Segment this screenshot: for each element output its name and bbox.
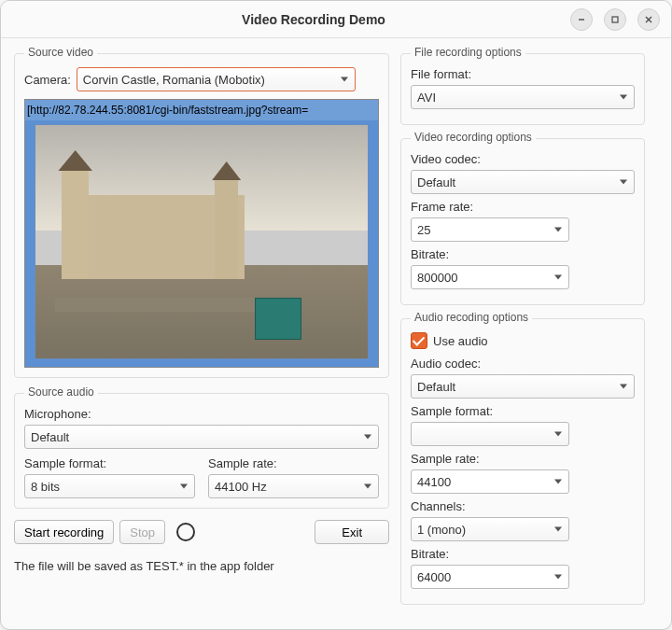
app-window: Video Recording Demo Source video Camera… [0,0,672,630]
source-video-group: Source video Camera: Corvin Castle, Roma… [14,53,389,378]
audio-recording-group: Audio recoding options Use audio Audio c… [400,318,645,605]
ar-sample-rate-input[interactable]: 44100 [411,469,569,494]
ar-sample-rate-label: Sample rate: [411,452,635,466]
sa-sample-rate-value: 44100 Hz [215,480,267,494]
video-bitrate-label: Bitrate: [411,247,635,261]
svg-rect-1 [612,17,618,22]
channels-select[interactable]: 1 (mono) [411,517,569,541]
minimize-button[interactable] [570,8,593,31]
audio-bitrate-label: Bitrate: [411,547,635,561]
file-format-label: File format: [411,67,635,81]
source-audio-title: Source audio [24,385,98,399]
save-note: The file will be saved as TEST.* in the … [14,559,389,573]
use-audio-label: Use audio [433,334,488,348]
sa-sample-format-select[interactable]: 8 bits [24,474,195,498]
action-row: Start recording Stop Exit [14,520,389,544]
video-bitrate-input[interactable]: 800000 [411,265,569,289]
channels-label: Channels: [411,499,635,513]
source-video-title: Source video [24,46,97,59]
sa-sample-rate-select[interactable]: 44100 Hz [208,474,379,498]
video-codec-select[interactable]: Default [411,170,635,194]
microphone-value: Default [31,430,69,444]
video-bitrate-value: 800000 [417,271,457,285]
sa-sample-rate-label: Sample rate: [208,456,277,470]
window-title: Video Recording Demo [57,12,570,27]
file-recording-group: File recording options File format: AVI [400,53,645,125]
video-codec-value: Default [417,175,455,189]
close-button[interactable] [637,8,660,31]
video-codec-label: Video codec: [411,152,635,166]
exit-button[interactable]: Exit [315,520,389,544]
preview-url: [http://82.78.244.55:8081/cgi-bin/fastst… [25,100,378,120]
audio-recording-title: Audio recoding options [411,311,532,324]
audio-bitrate-value: 64000 [417,570,451,584]
camera-value: Corvin Castle, Romania (Mobotix) [83,73,265,87]
audio-codec-select[interactable]: Default [411,374,635,399]
use-audio-checkbox[interactable] [411,332,427,349]
frame-rate-value: 25 [417,223,430,237]
start-recording-button[interactable]: Start recording [14,520,114,544]
ar-sample-format-select[interactable] [411,422,569,446]
microphone-label: Microphone: [24,407,379,421]
source-audio-group: Source audio Microphone: Default Sample … [14,393,389,509]
titlebar: Video Recording Demo [1,1,671,38]
preview-area: [http://82.78.244.55:8081/cgi-bin/fastst… [24,99,379,368]
audio-codec-value: Default [417,380,455,394]
frame-rate-input[interactable]: 25 [411,217,569,242]
channels-value: 1 (mono) [417,523,466,537]
preview-image [35,124,369,359]
file-format-select[interactable]: AVI [411,85,635,109]
video-recording-title: Video recording options [411,131,536,144]
audio-codec-label: Audio codec: [411,357,635,371]
recording-indicator-icon [176,523,195,541]
microphone-select[interactable]: Default [24,425,379,449]
file-format-value: AVI [417,91,436,105]
audio-bitrate-input[interactable]: 64000 [411,565,569,589]
ar-sample-format-label: Sample format: [411,404,635,418]
camera-select[interactable]: Corvin Castle, Romania (Mobotix) [77,67,356,91]
stop-recording-button[interactable]: Stop [119,520,165,544]
ar-sample-rate-value: 44100 [417,475,451,489]
camera-label: Camera: [24,73,71,87]
video-recording-group: Video recording options Video codec: Def… [400,138,645,305]
file-recording-title: File recording options [411,46,525,59]
sa-sample-format-label: Sample format: [24,456,106,470]
frame-rate-label: Frame rate: [411,200,635,214]
sa-sample-format-value: 8 bits [31,480,60,494]
maximize-button[interactable] [604,8,626,31]
